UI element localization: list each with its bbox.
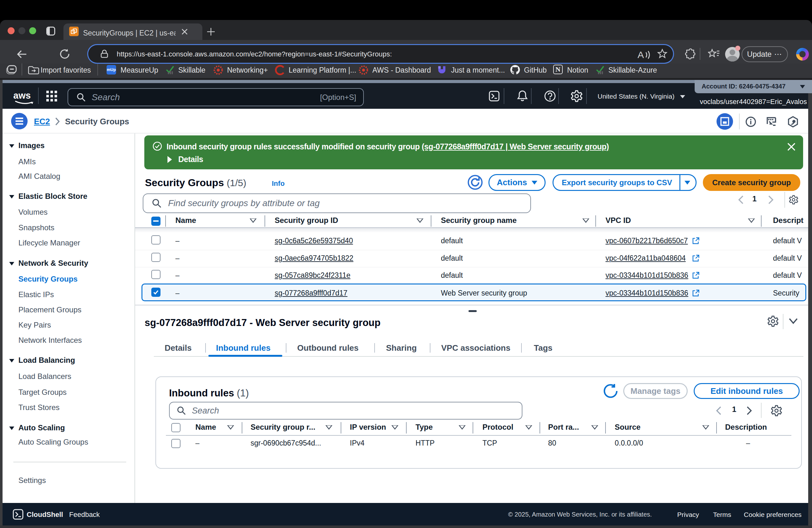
svg-text:aws: aws	[13, 90, 31, 101]
